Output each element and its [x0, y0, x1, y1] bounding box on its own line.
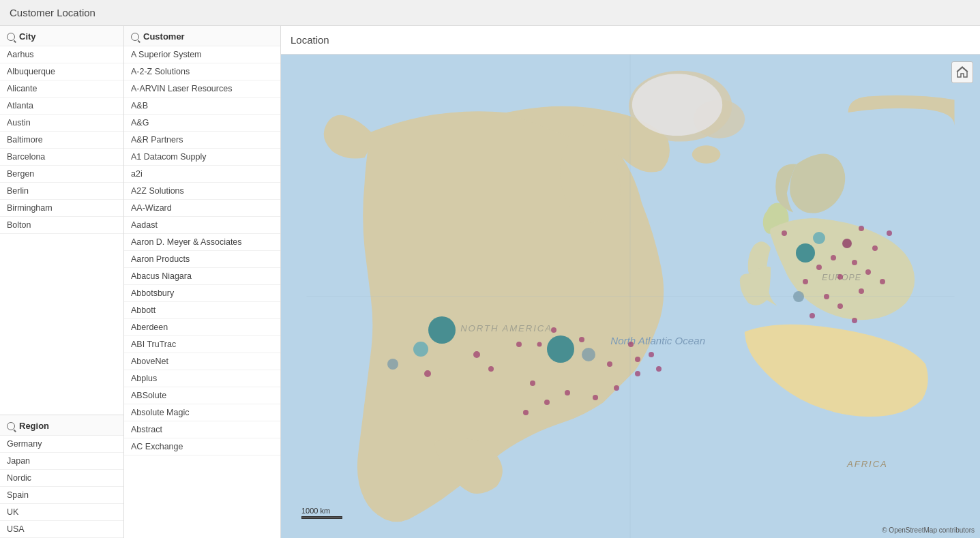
customer-item[interactable]: Aberdeen	[124, 319, 280, 336]
svg-point-3	[632, 74, 722, 136]
customer-label: Customer	[143, 31, 185, 42]
customer-item[interactable]: AC Exchange	[124, 438, 280, 455]
ocean-label: North Atlantic Ocean	[610, 335, 705, 346]
customer-item[interactable]: A Superior System	[124, 46, 280, 63]
customer-item[interactable]: Abbotsbury	[124, 285, 280, 302]
customer-item[interactable]: A&R Partners	[124, 132, 280, 149]
city-label: City	[19, 31, 36, 42]
map-header: Location	[281, 26, 980, 55]
customer-item[interactable]: A-ARVIN Laser Resources	[124, 80, 280, 98]
customer-item[interactable]: A1 Datacom Supply	[124, 149, 280, 166]
customer-item[interactable]: Aadast	[124, 217, 280, 234]
customer-item[interactable]: A-2-Z Solutions	[124, 63, 280, 80]
city-section-header: City	[0, 26, 123, 46]
customer-item[interactable]: A&G	[124, 115, 280, 132]
customer-item[interactable]: AboveNet	[124, 353, 280, 370]
customer-item[interactable]: Aaron D. Meyer & Associates	[124, 234, 280, 251]
app-title: Customer Location	[10, 7, 95, 18]
map-title: Location	[291, 34, 329, 46]
city-item[interactable]: Bergen	[0, 166, 123, 183]
map-svg: North Atlantic Ocean NORTH AMERICA EUROP…	[281, 55, 980, 538]
scale-bar: 1000 km	[301, 507, 342, 519]
map-panel: Location	[281, 26, 980, 538]
city-search-icon	[7, 33, 15, 41]
main-layout: City AarhusAlbuquerqueAlicanteAtlantaAus…	[0, 26, 980, 538]
city-item[interactable]: Barcelona	[0, 149, 123, 166]
scale-bar-line	[301, 516, 342, 519]
app-header: Customer Location	[0, 0, 980, 26]
customer-item[interactable]: Abstract	[124, 421, 280, 438]
region-item[interactable]: UK	[0, 504, 123, 521]
region-section-header: Region	[0, 415, 123, 436]
city-list-container[interactable]: AarhusAlbuquerqueAlicanteAtlantaAustinBa…	[0, 46, 123, 415]
region-label: Region	[19, 421, 49, 431]
region-item[interactable]: USA	[0, 521, 123, 538]
middle-panel: Customer A Superior SystemA-2-Z Solution…	[124, 26, 281, 538]
attribution-text: © OpenStreetMap contributors	[882, 526, 975, 534]
customer-item[interactable]: Absolute Magic	[124, 404, 280, 421]
city-item[interactable]: Austin	[0, 115, 123, 132]
city-item[interactable]: Baltimore	[0, 132, 123, 149]
customer-item[interactable]: a2i	[124, 166, 280, 183]
city-item[interactable]: Bolton	[0, 217, 123, 234]
scale-line	[301, 516, 342, 519]
north-america-label: NORTH AMERICA	[460, 323, 552, 333]
customer-item[interactable]: ABI TruTrac	[124, 336, 280, 353]
customer-item[interactable]: A2Z Solutions	[124, 183, 280, 200]
customer-list-container[interactable]: A Superior SystemA-2-Z SolutionsA-ARVIN …	[124, 46, 280, 538]
customer-item[interactable]: A&B	[124, 98, 280, 115]
europe-label: EUROPE	[822, 273, 861, 282]
customer-item[interactable]: Aaron Products	[124, 251, 280, 268]
region-search-icon	[7, 422, 15, 430]
svg-point-4	[692, 145, 721, 163]
attribution: © OpenStreetMap contributors	[882, 526, 975, 534]
home-icon	[956, 66, 968, 78]
region-item[interactable]: Japan	[0, 453, 123, 470]
city-item[interactable]: Berlin	[0, 183, 123, 200]
region-item[interactable]: Spain	[0, 487, 123, 504]
region-section: Region GermanyJapanNordicSpainUKUSA	[0, 415, 123, 538]
customer-item[interactable]: Abplus	[124, 370, 280, 387]
scale-label: 1000 km	[301, 507, 330, 515]
city-item[interactable]: Albuquerque	[0, 63, 123, 80]
city-item[interactable]: Atlanta	[0, 98, 123, 115]
map-container[interactable]: North Atlantic Ocean NORTH AMERICA EUROP…	[281, 55, 980, 538]
customer-section-header: Customer	[124, 26, 280, 46]
region-list[interactable]: GermanyJapanNordicSpainUKUSA	[0, 436, 123, 538]
region-item[interactable]: Nordic	[0, 470, 123, 487]
city-item[interactable]: Birmingham	[0, 200, 123, 217]
customer-item[interactable]: AA-Wizard	[124, 200, 280, 217]
city-item[interactable]: Alicante	[0, 80, 123, 98]
home-button[interactable]	[951, 61, 973, 83]
customer-item[interactable]: ABSolute	[124, 387, 280, 404]
region-item[interactable]: Germany	[0, 436, 123, 453]
city-item[interactable]: Aarhus	[0, 46, 123, 63]
customer-item[interactable]: Abacus Niagara	[124, 268, 280, 285]
africa-label: AFRICA	[846, 459, 888, 469]
left-panel: City AarhusAlbuquerqueAlicanteAtlantaAus…	[0, 26, 124, 538]
customer-search-icon	[131, 33, 139, 41]
customer-item[interactable]: Abbott	[124, 302, 280, 319]
